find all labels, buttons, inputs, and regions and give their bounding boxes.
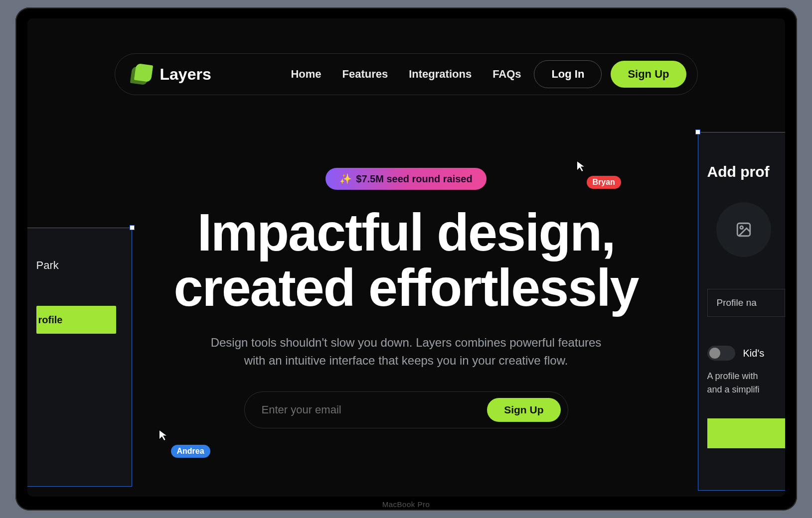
announcement-pill[interactable]: ✨ $7.5M seed round raised [325, 168, 486, 190]
hero: ✨ $7.5M seed round raised Impactful desi… [27, 168, 785, 428]
image-upload-placeholder[interactable] [716, 202, 771, 257]
screen: Layers Home Features Integrations FAQs L… [27, 18, 785, 497]
nav-link-features[interactable]: Features [342, 68, 388, 81]
login-button[interactable]: Log In [534, 60, 602, 88]
collaborator-cursor-bryan: Bryan [576, 160, 621, 189]
collaborator-cursor-andrea: Andrea [158, 429, 210, 458]
brand-name: Layers [160, 65, 211, 84]
artboard-right[interactable]: Add prof Profile na Kid's A profile with… [698, 132, 785, 491]
nav-link-home[interactable]: Home [291, 68, 321, 81]
field-placeholder: Profile na [717, 297, 757, 308]
signup-button[interactable]: Sign Up [611, 61, 686, 88]
nav-actions: Log In Sign Up [534, 60, 686, 88]
nav-link-faqs[interactable]: FAQs [492, 68, 521, 81]
image-icon [735, 221, 752, 238]
email-signup-button[interactable]: Sign Up [487, 398, 560, 422]
kids-toggle-row: Kid's [707, 346, 785, 361]
toggle-label: Kid's [743, 348, 765, 359]
email-input[interactable] [262, 403, 478, 416]
selection-handle-icon[interactable] [130, 225, 135, 230]
email-form: Sign Up [244, 391, 568, 428]
right-panel-cta-button[interactable] [707, 418, 785, 448]
cursor-icon [576, 160, 587, 173]
sparkle-icon: ✨ [339, 173, 352, 185]
left-panel-button-fragment[interactable]: rofile [36, 306, 116, 334]
laptop-frame: Layers Home Features Integrations FAQs L… [15, 7, 797, 511]
left-panel-name-fragment: Park [36, 259, 123, 272]
navbar: Layers Home Features Integrations FAQs L… [115, 53, 698, 95]
cursor-label: Bryan [587, 176, 621, 189]
right-panel-title: Add prof [707, 163, 785, 180]
hero-title-line1: Impactful design, [197, 203, 615, 261]
hero-subtitle: Design tools shouldn't slow you down. La… [202, 334, 611, 370]
nav-link-integrations[interactable]: Integrations [409, 68, 472, 81]
brand[interactable]: Layers [129, 63, 211, 85]
selection-handle-icon[interactable] [695, 130, 700, 134]
cursor-icon [158, 429, 169, 442]
hero-title: Impactful design, created effortlessly [173, 205, 638, 316]
hero-title-line2: created effortlessly [173, 258, 638, 317]
pill-text: $7.5M seed round raised [356, 173, 472, 185]
hardware-label: MacBook Pro [382, 500, 430, 509]
nav-links: Home Features Integrations FAQs [291, 68, 521, 81]
logo-icon [129, 63, 153, 85]
cursor-label: Andrea [171, 445, 210, 458]
right-panel-description: A profile with and a simplifi [707, 370, 785, 396]
profile-name-field[interactable]: Profile na [707, 289, 785, 317]
svg-point-1 [740, 226, 743, 229]
artboard-left[interactable]: Park rofile [27, 228, 132, 487]
kids-toggle[interactable] [707, 346, 735, 361]
